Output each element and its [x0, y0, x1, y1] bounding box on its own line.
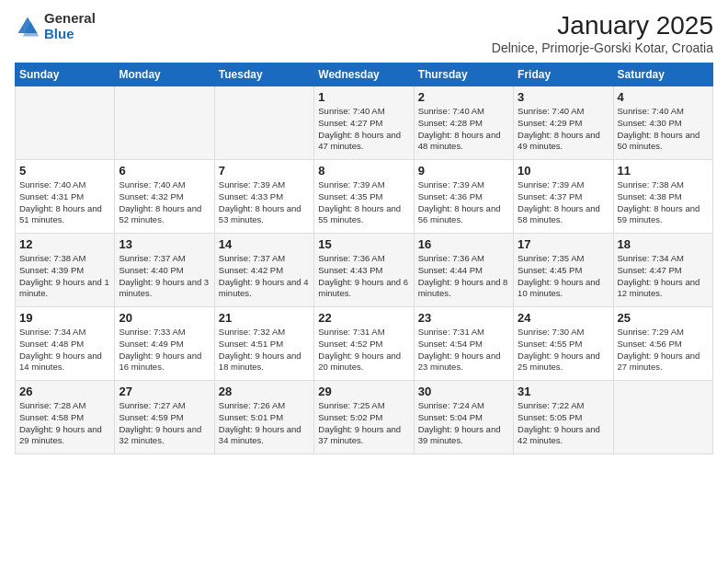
calendar-cell: 16Sunrise: 7:36 AM Sunset: 4:44 PM Dayli…	[414, 234, 513, 307]
week-row-3: 19Sunrise: 7:34 AM Sunset: 4:48 PM Dayli…	[16, 307, 713, 381]
calendar-cell: 11Sunrise: 7:38 AM Sunset: 4:38 PM Dayli…	[613, 160, 712, 234]
day-number: 30	[418, 385, 509, 398]
main-title: January 2025	[492, 11, 713, 40]
day-number: 12	[19, 237, 110, 251]
calendar-cell	[115, 86, 214, 160]
day-number: 17	[518, 237, 609, 251]
cell-info: Sunrise: 7:40 AM Sunset: 4:32 PM Dayligh…	[119, 179, 210, 226]
header-day-wednesday: Wednesday	[314, 63, 414, 86]
day-number: 22	[318, 311, 409, 325]
day-number: 31	[518, 385, 609, 398]
day-number: 5	[19, 164, 110, 178]
cell-info: Sunrise: 7:39 AM Sunset: 4:33 PM Dayligh…	[219, 179, 310, 226]
day-number: 6	[119, 164, 210, 178]
cell-info: Sunrise: 7:38 AM Sunset: 4:39 PM Dayligh…	[19, 253, 110, 300]
calendar-cell: 28Sunrise: 7:26 AM Sunset: 5:01 PM Dayli…	[214, 381, 313, 454]
day-number: 15	[318, 237, 409, 251]
day-number: 20	[119, 311, 210, 325]
cell-info: Sunrise: 7:40 AM Sunset: 4:27 PM Dayligh…	[318, 106, 409, 153]
header-day-friday: Friday	[514, 63, 613, 86]
cell-info: Sunrise: 7:34 AM Sunset: 4:47 PM Dayligh…	[618, 253, 709, 300]
calendar-cell: 18Sunrise: 7:34 AM Sunset: 4:47 PM Dayli…	[613, 234, 712, 307]
cell-info: Sunrise: 7:40 AM Sunset: 4:28 PM Dayligh…	[418, 106, 509, 153]
day-number: 10	[518, 164, 609, 178]
day-number: 3	[518, 90, 609, 104]
day-number: 18	[618, 237, 709, 251]
calendar-cell: 24Sunrise: 7:30 AM Sunset: 4:55 PM Dayli…	[514, 307, 613, 381]
calendar-cell: 7Sunrise: 7:39 AM Sunset: 4:33 PM Daylig…	[214, 160, 313, 234]
day-number: 11	[618, 164, 709, 178]
cell-info: Sunrise: 7:29 AM Sunset: 4:56 PM Dayligh…	[618, 327, 709, 373]
subtitle: Delnice, Primorje-Gorski Kotar, Croatia	[492, 40, 713, 55]
day-number: 8	[318, 164, 409, 178]
day-number: 2	[418, 90, 509, 104]
cell-info: Sunrise: 7:38 AM Sunset: 4:38 PM Dayligh…	[618, 179, 709, 226]
cell-info: Sunrise: 7:31 AM Sunset: 4:52 PM Dayligh…	[318, 327, 409, 373]
week-row-0: 1Sunrise: 7:40 AM Sunset: 4:27 PM Daylig…	[16, 86, 713, 160]
cell-info: Sunrise: 7:28 AM Sunset: 4:58 PM Dayligh…	[19, 400, 110, 447]
page-container: General Blue January 2025 Delnice, Primo…	[0, 0, 728, 462]
logo-text: General Blue	[44, 11, 96, 41]
day-number: 19	[19, 311, 110, 325]
day-number: 29	[318, 385, 409, 398]
header: General Blue January 2025 Delnice, Primo…	[15, 11, 713, 55]
logo-general: General	[44, 11, 96, 27]
calendar-table: SundayMondayTuesdayWednesdayThursdayFrid…	[15, 63, 713, 454]
calendar-cell: 3Sunrise: 7:40 AM Sunset: 4:29 PM Daylig…	[514, 86, 613, 160]
day-number: 9	[418, 164, 509, 178]
cell-info: Sunrise: 7:39 AM Sunset: 4:35 PM Dayligh…	[318, 179, 409, 226]
cell-info: Sunrise: 7:26 AM Sunset: 5:01 PM Dayligh…	[219, 400, 310, 447]
calendar-cell: 6Sunrise: 7:40 AM Sunset: 4:32 PM Daylig…	[115, 160, 214, 234]
logo-icon	[15, 14, 40, 40]
week-row-2: 12Sunrise: 7:38 AM Sunset: 4:39 PM Dayli…	[16, 234, 713, 307]
header-day-monday: Monday	[115, 63, 214, 86]
calendar-cell: 13Sunrise: 7:37 AM Sunset: 4:40 PM Dayli…	[115, 234, 214, 307]
cell-info: Sunrise: 7:37 AM Sunset: 4:42 PM Dayligh…	[219, 253, 310, 300]
header-day-saturday: Saturday	[613, 63, 712, 86]
logo: General Blue	[15, 11, 96, 41]
calendar-cell: 15Sunrise: 7:36 AM Sunset: 4:43 PM Dayli…	[314, 234, 414, 307]
cell-info: Sunrise: 7:39 AM Sunset: 4:37 PM Dayligh…	[518, 179, 609, 226]
calendar-body: 1Sunrise: 7:40 AM Sunset: 4:27 PM Daylig…	[16, 86, 713, 454]
day-number: 7	[219, 164, 310, 178]
day-number: 27	[119, 385, 210, 398]
cell-info: Sunrise: 7:25 AM Sunset: 5:02 PM Dayligh…	[318, 400, 409, 447]
calendar-cell: 25Sunrise: 7:29 AM Sunset: 4:56 PM Dayli…	[613, 307, 712, 381]
header-day-thursday: Thursday	[414, 63, 513, 86]
calendar-cell: 27Sunrise: 7:27 AM Sunset: 4:59 PM Dayli…	[115, 381, 214, 454]
calendar-cell	[214, 86, 313, 160]
header-day-sunday: Sunday	[16, 63, 115, 86]
calendar-cell: 14Sunrise: 7:37 AM Sunset: 4:42 PM Dayli…	[214, 234, 313, 307]
day-number: 26	[19, 385, 110, 398]
day-number: 1	[318, 90, 409, 104]
calendar-cell: 17Sunrise: 7:35 AM Sunset: 4:45 PM Dayli…	[514, 234, 613, 307]
week-row-1: 5Sunrise: 7:40 AM Sunset: 4:31 PM Daylig…	[16, 160, 713, 234]
calendar-cell: 2Sunrise: 7:40 AM Sunset: 4:28 PM Daylig…	[414, 86, 513, 160]
calendar-cell: 5Sunrise: 7:40 AM Sunset: 4:31 PM Daylig…	[16, 160, 115, 234]
calendar-cell: 30Sunrise: 7:24 AM Sunset: 5:04 PM Dayli…	[414, 381, 513, 454]
logo-blue: Blue	[44, 27, 96, 42]
day-number: 21	[219, 311, 310, 325]
header-row: SundayMondayTuesdayWednesdayThursdayFrid…	[16, 63, 713, 86]
calendar-cell: 9Sunrise: 7:39 AM Sunset: 4:36 PM Daylig…	[414, 160, 513, 234]
calendar-header: SundayMondayTuesdayWednesdayThursdayFrid…	[16, 63, 713, 86]
day-number: 16	[418, 237, 509, 251]
cell-info: Sunrise: 7:31 AM Sunset: 4:54 PM Dayligh…	[418, 327, 509, 373]
day-number: 23	[418, 311, 509, 325]
title-block: January 2025 Delnice, Primorje-Gorski Ko…	[492, 11, 713, 55]
cell-info: Sunrise: 7:36 AM Sunset: 4:44 PM Dayligh…	[418, 253, 509, 300]
day-number: 25	[618, 311, 709, 325]
calendar-cell: 20Sunrise: 7:33 AM Sunset: 4:49 PM Dayli…	[115, 307, 214, 381]
calendar-cell: 31Sunrise: 7:22 AM Sunset: 5:05 PM Dayli…	[514, 381, 613, 454]
calendar-cell: 22Sunrise: 7:31 AM Sunset: 4:52 PM Dayli…	[314, 307, 414, 381]
cell-info: Sunrise: 7:37 AM Sunset: 4:40 PM Dayligh…	[119, 253, 210, 300]
day-number: 13	[119, 237, 210, 251]
calendar-cell	[16, 86, 115, 160]
calendar-cell: 29Sunrise: 7:25 AM Sunset: 5:02 PM Dayli…	[314, 381, 414, 454]
calendar-cell: 12Sunrise: 7:38 AM Sunset: 4:39 PM Dayli…	[16, 234, 115, 307]
week-row-4: 26Sunrise: 7:28 AM Sunset: 4:58 PM Dayli…	[16, 381, 713, 454]
calendar-cell: 26Sunrise: 7:28 AM Sunset: 4:58 PM Dayli…	[16, 381, 115, 454]
cell-info: Sunrise: 7:40 AM Sunset: 4:29 PM Dayligh…	[518, 106, 609, 153]
cell-info: Sunrise: 7:30 AM Sunset: 4:55 PM Dayligh…	[518, 327, 609, 373]
cell-info: Sunrise: 7:36 AM Sunset: 4:43 PM Dayligh…	[318, 253, 409, 300]
